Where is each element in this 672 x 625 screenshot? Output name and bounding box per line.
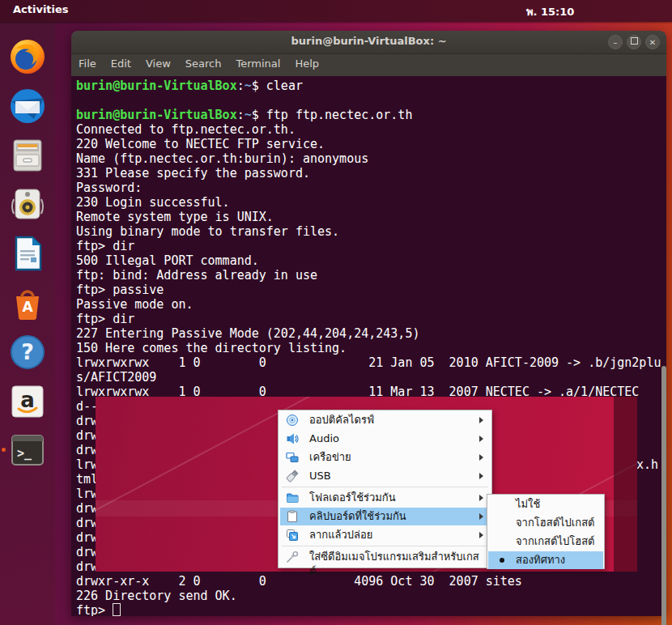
menu-item-optical-drives[interactable]: ออปติคัลไดรฟ์ xyxy=(280,411,490,429)
dock-item-firefox[interactable] xyxy=(8,37,47,76)
submenu-item-label: ไม่ใช้ xyxy=(516,497,540,512)
svg-text:?: ? xyxy=(21,339,34,364)
menu-item-label: ใส่ซีดีอิมเมจโปรแกรมเสริมสำหรับเกสต์... xyxy=(309,550,490,579)
submenu-item-label: จากเกสต์ไปโฮสต์ xyxy=(516,534,595,549)
menu-item-drag-and-drop[interactable]: ลากแล้วปล่อย xyxy=(280,526,490,544)
terminal-line: 150 Here comes the directory listing. xyxy=(76,341,347,355)
menu-item-label: คลิปบอร์ดที่ใช้ร่วมกัน xyxy=(309,509,406,524)
terminal-line: 331 Please specify the password. xyxy=(76,166,310,181)
menubar-item-view[interactable]: View xyxy=(138,54,178,70)
svg-text:>_: >_ xyxy=(17,446,32,461)
submenu-arrow-icon xyxy=(479,454,483,461)
drag-drop-icon xyxy=(286,529,299,542)
submenu-item-label: สองทิศทาง xyxy=(516,553,565,568)
terminal-line: ftp> passive xyxy=(76,283,164,297)
radio-selected-icon xyxy=(500,558,504,563)
help-icon: ? xyxy=(8,333,47,372)
terminal-line: Connected to ftp.nectec.or.th. xyxy=(76,122,296,137)
firefox-icon xyxy=(8,37,47,76)
desktop: Activities พ. 15:10 A?a>_ burin@burin-Vi… xyxy=(0,0,672,625)
clock[interactable]: พ. 15:10 xyxy=(526,3,574,20)
usb-icon xyxy=(286,470,299,483)
terminal-cursor xyxy=(113,603,121,616)
minimize-button[interactable]: – xyxy=(608,35,623,49)
menu-item-label: USB xyxy=(309,469,331,483)
dock-item-ubuntu-software[interactable]: A xyxy=(8,283,47,322)
menu-item-audio[interactable]: Audio xyxy=(280,430,490,448)
submenu-arrow-icon xyxy=(479,532,483,538)
submenu-item-host-to-guest[interactable]: จากโฮสต์ไปเกสต์ xyxy=(488,514,603,532)
menu-item-label: ออปติคัลไดรฟ์ xyxy=(309,413,374,427)
activities-button[interactable]: Activities xyxy=(13,3,69,15)
terminal-line: Passive mode on. xyxy=(76,297,194,312)
dock-item-amazon[interactable]: a xyxy=(8,382,47,421)
svg-text:A: A xyxy=(22,299,33,315)
menu-separator xyxy=(282,546,488,546)
window-titlebar[interactable]: burin@burin-VirtualBox: ~ – ✕ xyxy=(71,31,666,54)
svg-text:a: a xyxy=(20,388,35,412)
top-bar: Activities พ. 15:10 xyxy=(0,0,672,22)
terminal-line: s/AFICT2009 xyxy=(76,370,156,385)
terminal-line: 500 Illegal PORT command. xyxy=(76,253,259,268)
menu-item-label: Audio xyxy=(309,432,339,446)
menu-item-label: โฟลเดอร์ใช้ร่วมกัน xyxy=(309,491,396,505)
dock-item-terminal[interactable]: >_ xyxy=(8,431,47,470)
maximize-icon xyxy=(631,37,638,45)
submenu-item-guest-to-host[interactable]: จากเกสต์ไปโฮสต์ xyxy=(488,533,603,551)
menu-item-usb[interactable]: USB xyxy=(280,467,490,485)
menubar-item-file[interactable]: File xyxy=(71,54,104,70)
wallpaper-shade xyxy=(614,397,637,572)
menubar-item-terminal[interactable]: Terminal xyxy=(228,54,287,70)
thunderbird-icon xyxy=(8,87,47,125)
submenu-arrow-icon xyxy=(479,495,483,501)
menu-item-insert-guest-additions[interactable]: ใส่ซีดีอิมเมจโปรแกรมเสริมสำหรับเกสต์... xyxy=(280,548,490,566)
rhythmbox-icon xyxy=(8,185,47,223)
dock-item-help[interactable]: ? xyxy=(8,333,47,372)
terminal-line: Password: xyxy=(76,181,142,195)
terminal-menubar: FileEditViewSearchTerminalHelp xyxy=(71,54,666,76)
libreoffice-writer-icon xyxy=(8,234,47,273)
dock-item-rhythmbox[interactable] xyxy=(8,185,47,223)
dock-item-files[interactable] xyxy=(8,136,47,175)
terminal-line: 227 Entering Passive Mode (202,44,204,24… xyxy=(76,326,419,341)
menu-item-shared-clipboard[interactable]: คลิปบอร์ดที่ใช้ร่วมกัน xyxy=(280,508,490,525)
submenu-item-disabled[interactable]: ไม่ใช้ xyxy=(488,495,603,513)
terminal-line: burin@burin-VirtualBox:~$ clear xyxy=(76,79,303,93)
dock-item-thunderbird[interactable] xyxy=(8,87,47,125)
terminal-line: burin@burin-VirtualBox:~$ ftp ftp.nectec… xyxy=(76,108,412,122)
close-button[interactable]: ✕ xyxy=(645,35,660,49)
menu-item-shared-folders[interactable]: โฟลเดอร์ใช้ร่วมกัน xyxy=(280,489,490,507)
clipboard-icon xyxy=(286,510,299,523)
submenu-arrow-icon xyxy=(479,473,483,479)
terminal-line-fragment: x.h xyxy=(636,457,658,472)
terminal-line: Using binary mode to transfer files. xyxy=(76,224,339,239)
running-indicator xyxy=(2,448,6,452)
terminal-line: Remote system type is UNIX. xyxy=(76,210,274,224)
maximize-button[interactable] xyxy=(627,35,641,49)
menubar-item-help[interactable]: Help xyxy=(287,54,326,70)
terminal-line: 226 Directory send OK. xyxy=(76,589,237,603)
submenu-item-label: จากโฮสต์ไปเกสต์ xyxy=(516,516,595,530)
terminal-line: 230 Login successful. xyxy=(76,195,230,210)
submenu-arrow-icon xyxy=(479,513,483,520)
dock-item-libreoffice-writer[interactable] xyxy=(8,234,47,273)
terminal-line: ftp: bind: Address already in use xyxy=(76,268,317,283)
amazon-icon: a xyxy=(8,382,47,421)
submenu-item-bidirectional[interactable]: สองทิศทาง xyxy=(488,551,603,569)
window-title: burin@burin-VirtualBox: ~ xyxy=(71,35,666,47)
file-manager-icon xyxy=(8,136,47,175)
terminal-line: ftp> dir xyxy=(76,312,134,326)
terminal-scrollbar[interactable] xyxy=(661,366,666,625)
menu-item-network[interactable]: เครือข่าย xyxy=(280,449,490,466)
optical-drive-icon xyxy=(286,414,299,427)
terminal-line: lrwxrwxrwx 1 0 0 21 Jan 05 2010 AFICT-20… xyxy=(76,355,661,370)
menu-item-label: เครือข่าย xyxy=(309,450,351,465)
menu-separator xyxy=(282,487,488,487)
menubar-item-edit[interactable]: Edit xyxy=(104,54,138,70)
screwdriver-icon xyxy=(286,551,299,563)
terminal-line: Name (ftp.nectec.or.th:burin): anonymous xyxy=(76,151,368,166)
devices-context-menu: ออปติคัลไดรฟ์Audioเครือข่ายUSBโฟลเดอร์ใช… xyxy=(278,410,492,568)
menubar-item-search[interactable]: Search xyxy=(178,54,229,70)
terminal-line: ftp> xyxy=(76,603,121,616)
shared-clipboard-submenu: ไม่ใช้จากโฮสต์ไปเกสต์จากเกสต์ไปโฮสต์สองท… xyxy=(487,494,605,569)
